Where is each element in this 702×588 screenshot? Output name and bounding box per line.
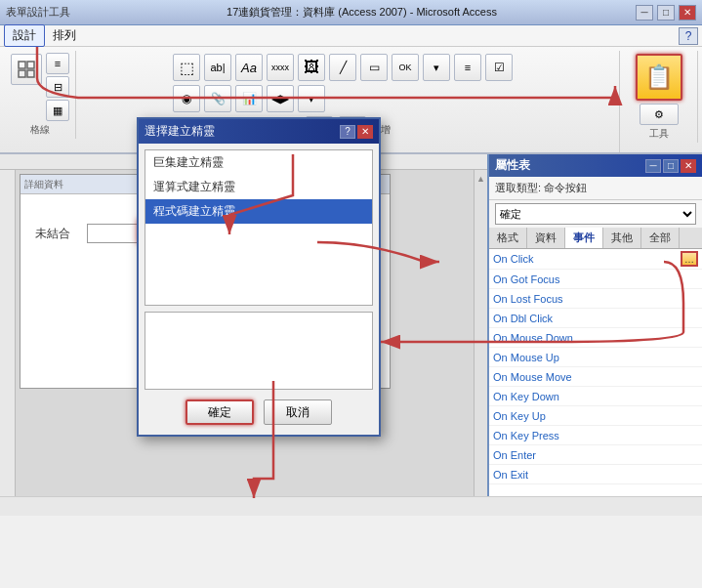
dialog-help-btn[interactable]: ? <box>340 125 355 139</box>
property-name-10[interactable]: On Enter <box>493 449 620 461</box>
button-ctrl-btn[interactable]: OK <box>392 54 419 81</box>
property-list: On Click…On Got FocusOn Lost FocusOn Dbl… <box>489 249 702 496</box>
property-edit-btn-onclick[interactable]: … <box>681 251 698 267</box>
dialog-title-text: 選擇建立精靈 <box>145 123 215 140</box>
property-sheet-btn[interactable]: 📋 <box>636 54 682 101</box>
property-selector-row: 確定 <box>489 200 702 228</box>
property-row: On Lost Focus <box>489 289 702 309</box>
window-title: 17連鎖貨管理：資料庫 (Access 2007) - Microsoft Ac… <box>90 5 634 20</box>
property-object-select[interactable]: 確定 <box>495 203 696 225</box>
nav-btn[interactable]: ◀▶ <box>267 85 294 112</box>
tab-data[interactable]: 資料 <box>527 228 565 248</box>
property-name-9[interactable]: On Key Press <box>493 430 620 441</box>
tab-format[interactable]: 格式 <box>489 228 527 248</box>
maximize-btn[interactable]: □ <box>657 5 675 21</box>
property-maximize-btn[interactable]: □ <box>663 159 679 173</box>
tool-label: 表單設計工具 <box>6 5 70 20</box>
form-header-label: 詳細資料 <box>24 178 63 191</box>
tools-group-label: 工具 <box>649 127 669 141</box>
dialog-list-item-0[interactable]: 巨集建立精靈 <box>145 150 372 175</box>
property-name-3[interactable]: On Dbl Click <box>493 313 620 324</box>
grid-group-label: 格線 <box>30 123 50 137</box>
select-btn[interactable]: ⬚ <box>173 54 200 81</box>
menu-item-design[interactable]: 設計 <box>4 24 45 47</box>
property-row: On Mouse Down <box>489 328 702 348</box>
property-row: On Enter <box>489 445 702 465</box>
property-name-11[interactable]: On Exit <box>493 469 620 481</box>
tab-all[interactable]: 全部 <box>641 228 680 248</box>
tools-extra-1[interactable]: ⚙ <box>640 104 679 125</box>
property-tabs: 格式 資料 事件 其他 全部 <box>489 228 702 249</box>
label-btn[interactable]: Aa <box>235 54 263 81</box>
property-type-label: 選取類型: 命令按鈕 <box>495 182 587 193</box>
menu-item-arrange[interactable]: 排列 <box>45 25 84 46</box>
chart-btn[interactable]: 📊 <box>235 85 263 112</box>
image-btn[interactable]: 🖼 <box>298 54 325 81</box>
combo-btn[interactable]: ▾ <box>423 54 450 81</box>
list-btn[interactable]: ≡ <box>454 54 481 81</box>
grid-btn[interactable] <box>11 54 42 85</box>
more-controls-btn[interactable]: ▾ <box>298 85 325 112</box>
ribbon-group-tools: 📋 ⚙ 工具 <box>620 51 698 143</box>
dialog-confirm-btn[interactable]: 確定 <box>186 399 254 425</box>
property-name-2[interactable]: On Lost Focus <box>493 293 620 305</box>
property-row: On Click… <box>489 249 702 270</box>
property-name-6[interactable]: On Mouse Move <box>493 371 620 383</box>
minimize-btn[interactable]: ─ <box>636 5 653 21</box>
close-btn[interactable]: ✕ <box>679 5 696 21</box>
property-row: On Dbl Click <box>489 309 702 328</box>
property-name-4[interactable]: On Mouse Down <box>493 332 620 344</box>
status-bar <box>0 496 702 516</box>
dialog-cancel-btn[interactable]: 取消 <box>264 399 332 425</box>
field-label: 未結合 <box>35 226 79 242</box>
svg-rect-2 <box>19 70 25 77</box>
tab-other[interactable]: 其他 <box>603 228 641 248</box>
property-row: On Mouse Move <box>489 367 702 387</box>
dialog-list[interactable]: 巨集建立精靈運算式建立精靈程式碼建立精靈 <box>145 149 373 306</box>
attach-btn[interactable]: 📎 <box>204 85 231 112</box>
property-close-btn[interactable]: ✕ <box>681 159 696 173</box>
dialog-title-buttons: ? ✕ <box>340 125 373 139</box>
property-name-0[interactable]: On Click <box>493 253 602 265</box>
dialog-buttons: 確定 取消 <box>145 396 373 429</box>
textbox-btn[interactable]: xxxx <box>267 54 294 81</box>
property-name-5[interactable]: On Mouse Up <box>493 352 620 363</box>
rect-btn[interactable]: ▭ <box>360 54 388 81</box>
svg-rect-0 <box>19 62 25 68</box>
dialog-list-item-1[interactable]: 運算式建立精靈 <box>145 175 372 199</box>
property-row: On Mouse Up <box>489 348 702 367</box>
property-name-7[interactable]: On Key Down <box>493 391 620 402</box>
view-btn-3[interactable]: ▦ <box>46 100 69 121</box>
dialog-title-bar: 選擇建立精靈 ? ✕ <box>139 119 379 144</box>
help-btn[interactable]: ? <box>679 27 698 45</box>
ribbon-group-grid: ≡ ⊟ ▦ 格線 <box>4 51 76 139</box>
menu-bar: 設計 排列 ? <box>0 25 702 47</box>
dialog-close-btn[interactable]: ✕ <box>357 125 373 139</box>
check-btn[interactable]: ☑ <box>485 54 513 81</box>
view-btn-2[interactable]: ⊟ <box>46 76 69 98</box>
dialog-list-item-2[interactable]: 程式碼建立精靈 <box>145 199 372 224</box>
property-name-1[interactable]: On Got Focus <box>493 273 620 285</box>
property-row: On Got Focus <box>489 270 702 289</box>
tab-event[interactable]: 事件 <box>565 228 603 248</box>
property-panel-title: 屬性表 <box>495 157 530 174</box>
property-row: On Exit <box>489 465 702 484</box>
property-name-8[interactable]: On Key Up <box>493 410 620 422</box>
property-minimize-btn[interactable]: ─ <box>645 159 661 173</box>
property-panel: 屬性表 ─ □ ✕ 選取類型: 命令按鈕 確定 格式 資料 事件 其他 全部 O… <box>487 154 702 496</box>
dialog-empty-area <box>145 312 373 390</box>
property-type-row: 選取類型: 命令按鈕 <box>489 177 702 200</box>
property-panel-title-bar: 屬性表 ─ □ ✕ <box>489 154 702 177</box>
line-btn[interactable]: ╱ <box>329 54 356 81</box>
property-row: On Key Press <box>489 426 702 445</box>
svg-rect-1 <box>27 62 34 68</box>
form-scrollbar-v[interactable]: ▲ ▼ <box>474 170 487 496</box>
radio-btn[interactable]: ◉ <box>173 85 200 112</box>
dialog-content: 巨集建立精靈運算式建立精靈程式碼建立精靈 確定 取消 <box>139 144 379 435</box>
view-btn-1[interactable]: ≡ <box>46 53 69 74</box>
text-btn[interactable]: ab| <box>204 54 231 81</box>
title-bar: 表單設計工具 17連鎖貨管理：資料庫 (Access 2007) - Micro… <box>0 0 702 25</box>
svg-rect-3 <box>27 70 34 77</box>
dialog-wizard[interactable]: 選擇建立精靈 ? ✕ 巨集建立精靈運算式建立精靈程式碼建立精靈 確定 取消 <box>137 117 381 437</box>
property-row: On Key Up <box>489 406 702 426</box>
